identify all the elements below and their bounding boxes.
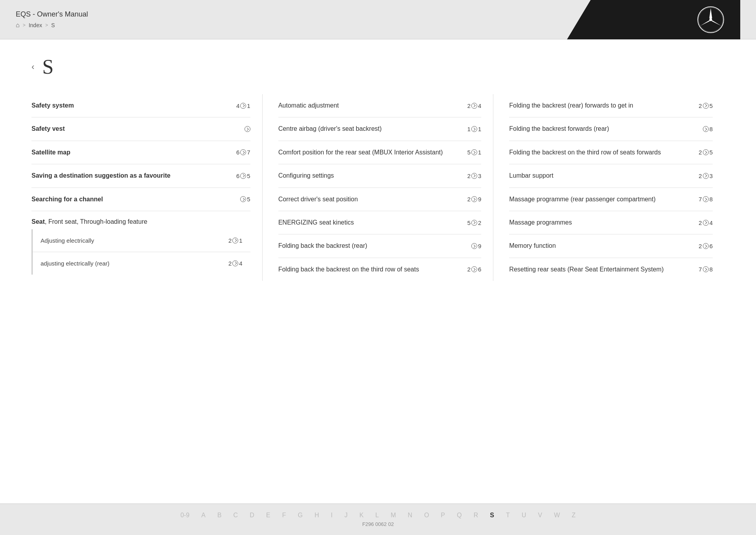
alpha-item-l[interactable]: L	[375, 512, 379, 519]
page-arrow-icon	[232, 238, 238, 243]
item-page: 26	[467, 266, 482, 273]
list-item[interactable]: Centre airbag (driver's seat backrest) 1…	[278, 117, 482, 141]
list-item[interactable]: Memory function 26	[509, 234, 713, 258]
list-item[interactable]: Comfort position for the rear seat (MBUX…	[278, 141, 482, 164]
item-page: 5	[240, 196, 250, 202]
page-arrow-icon	[703, 243, 709, 249]
list-item[interactable]: Resetting rear seats (Rear Seat Entertai…	[509, 258, 713, 281]
list-item[interactable]: Adjusting electrically 21	[33, 229, 250, 252]
alpha-item-t[interactable]: T	[506, 512, 510, 519]
list-item[interactable]: Automatic adjustment 24	[278, 94, 482, 117]
list-item[interactable]: Massage programme (rear passenger compar…	[509, 188, 713, 211]
list-item[interactable]: Saving a destination suggestion as a fav…	[32, 164, 250, 188]
seat-label-bold: Seat	[32, 218, 45, 225]
alpha-item-h[interactable]: H	[315, 512, 319, 519]
footer-code: F296 0062 02	[362, 521, 394, 527]
svg-marker-4	[700, 20, 711, 26]
page-arrow-icon	[471, 196, 477, 202]
alpha-item-i[interactable]: I	[331, 512, 332, 519]
list-item[interactable]: Safety system 41	[32, 94, 250, 117]
footer: 0-9 A B C D E F G H I J K L M N O P Q R …	[0, 503, 756, 535]
breadcrumb-home[interactable]: ⌂	[16, 22, 20, 29]
svg-marker-2	[710, 8, 712, 19]
list-item[interactable]: Correct driver's seat position 29	[278, 188, 482, 211]
item-label: Massage programmes	[509, 218, 699, 227]
alpha-item-e[interactable]: E	[266, 512, 271, 519]
alpha-item-o[interactable]: O	[424, 512, 429, 519]
alpha-item-d[interactable]: D	[250, 512, 254, 519]
alpha-item-k[interactable]: K	[359, 512, 364, 519]
alpha-item-c[interactable]: C	[233, 512, 238, 519]
list-item[interactable]: Folding the backrest on the third row of…	[509, 141, 713, 164]
item-label: Folding the backrest forwards (rear)	[509, 124, 702, 133]
sub-item-label: Adjusting electrically	[41, 237, 228, 244]
alpha-item-s[interactable]: S	[490, 512, 494, 519]
alpha-item-b[interactable]: B	[217, 512, 222, 519]
item-page: 41	[236, 102, 250, 109]
alpha-item-r[interactable]: R	[474, 512, 478, 519]
item-page: 11	[467, 126, 482, 132]
alpha-item-a[interactable]: A	[201, 512, 206, 519]
list-item[interactable]: Folding the backrest forwards (rear) 8	[509, 117, 713, 141]
item-page: 65	[236, 173, 250, 179]
item-page	[245, 126, 250, 132]
sub-item-label: adjusting electrically (rear)	[41, 260, 228, 267]
item-page: 78	[699, 266, 713, 273]
index-grid: Safety system 41 Safety vest Satellite m…	[32, 94, 724, 281]
list-item[interactable]: Searching for a channel 5	[32, 188, 250, 211]
index-column-3: Folding the backrest (rear) forwards to …	[493, 94, 724, 281]
page-arrow-icon	[703, 173, 709, 179]
alpha-item-p[interactable]: P	[441, 512, 445, 519]
alpha-item-n[interactable]: N	[408, 512, 413, 519]
item-page: 9	[471, 243, 481, 249]
item-label: Memory function	[509, 241, 699, 250]
item-label: Resetting rear seats (Rear Seat Entertai…	[509, 265, 699, 274]
alpha-item-u[interactable]: U	[522, 512, 526, 519]
breadcrumb-sep2: >	[45, 22, 48, 28]
item-page: 25	[699, 102, 713, 109]
seat-section: Seat, Front seat, Through-loading featur…	[32, 211, 250, 275]
alpha-item-09[interactable]: 0-9	[180, 512, 189, 519]
prev-letter-arrow[interactable]: ‹	[32, 62, 34, 72]
main-content: ‹ S Safety system 41 Safety vest Sa	[0, 39, 756, 503]
list-item[interactable]: ENERGIZING seat kinetics 52	[278, 211, 482, 234]
list-item[interactable]: Configuring settings 23	[278, 164, 482, 188]
list-item[interactable]: Safety vest	[32, 117, 250, 141]
item-label: ENERGIZING seat kinetics	[278, 218, 467, 227]
page-arrow-icon	[471, 243, 477, 249]
item-page: 67	[236, 149, 250, 156]
list-item[interactable]: Folding the backrest (rear) forwards to …	[509, 94, 713, 117]
item-label: Folding the backrest (rear) forwards to …	[509, 101, 699, 110]
list-item[interactable]: Folding back the backrest (rear) 9	[278, 234, 482, 258]
page-arrow-icon	[240, 149, 246, 155]
alpha-item-m[interactable]: M	[391, 512, 396, 519]
item-label: Folding back the backrest (rear)	[278, 241, 471, 250]
header-left: EQS - Owner's Manual ⌂ > Index > S	[16, 10, 88, 29]
page-arrow-icon	[240, 196, 246, 202]
logo-triangle-decoration	[567, 0, 591, 39]
list-item[interactable]: Lumbar support 23	[509, 164, 713, 188]
item-page: 23	[467, 173, 482, 179]
page-arrow-icon	[245, 126, 250, 132]
index-column-2: Automatic adjustment 24 Centre airbag (d…	[263, 94, 494, 281]
list-item[interactable]: Folding back the backrest on the third r…	[278, 258, 482, 281]
alpha-item-w[interactable]: W	[554, 512, 560, 519]
list-item[interactable]: Massage programmes 24	[509, 211, 713, 234]
alpha-item-q[interactable]: Q	[457, 512, 461, 519]
alpha-item-z[interactable]: Z	[572, 512, 576, 519]
list-item[interactable]: adjusting electrically (rear) 24	[33, 252, 250, 275]
breadcrumb: ⌂ > Index > S	[16, 22, 88, 29]
alpha-item-j[interactable]: J	[345, 512, 348, 519]
alpha-item-g[interactable]: G	[298, 512, 302, 519]
item-label: Searching for a channel	[32, 195, 240, 204]
breadcrumb-index[interactable]: Index	[29, 22, 42, 28]
list-item[interactable]: Satellite map 67	[32, 141, 250, 164]
alpha-item-f[interactable]: F	[282, 512, 286, 519]
header-logo-area	[591, 0, 740, 39]
item-label: Comfort position for the rear seat (MBUX…	[278, 148, 467, 157]
seat-header: Seat, Front seat, Through-loading featur…	[32, 218, 250, 229]
alpha-item-v[interactable]: V	[538, 512, 542, 519]
item-label: Correct driver's seat position	[278, 195, 467, 204]
page-arrow-icon	[471, 149, 477, 155]
item-label: Safety system	[32, 101, 236, 110]
